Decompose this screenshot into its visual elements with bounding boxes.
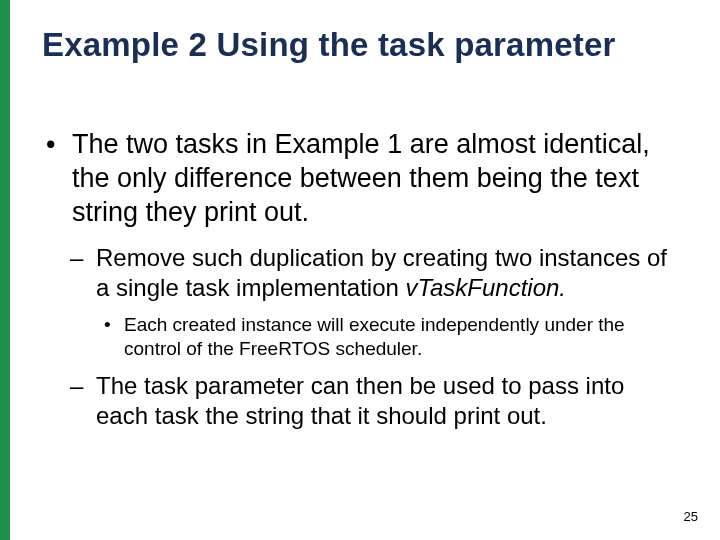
page-number: 25: [684, 509, 698, 524]
bullet-text: Remove such duplication by creating two …: [96, 244, 667, 301]
bullet-level3: Each created instance will execute indep…: [42, 313, 682, 361]
bullet-level2: The task parameter can then be used to p…: [42, 371, 682, 431]
slide-body: The two tasks in Example 1 are almost id…: [42, 128, 682, 441]
bullet-level2: Remove such duplication by creating two …: [42, 243, 682, 303]
bullet-text: Each created instance will execute indep…: [124, 314, 625, 359]
bullet-level1: The two tasks in Example 1 are almost id…: [42, 128, 682, 229]
bullet-text: The task parameter can then be used to p…: [96, 372, 624, 429]
side-accent-bar: [0, 0, 10, 540]
slide: Example 2 Using the task parameter The t…: [0, 0, 720, 540]
bullet-text: The two tasks in Example 1 are almost id…: [72, 129, 650, 227]
bullet-text-italic: vTaskFunction.: [406, 274, 567, 301]
slide-title: Example 2 Using the task parameter: [42, 26, 682, 64]
